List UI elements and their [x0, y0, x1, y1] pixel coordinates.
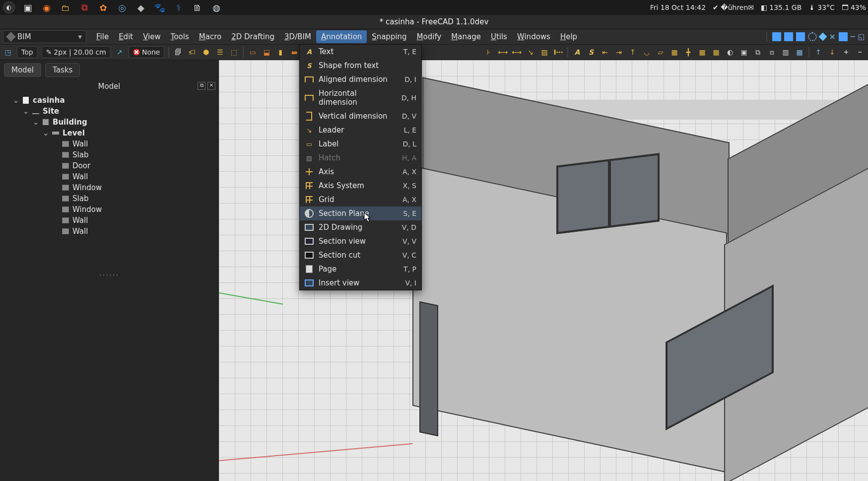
menu-item-2d-drawing[interactable]: 2D DrawingV, D	[300, 220, 421, 234]
menu-item-section-cut[interactable]: Section cutV, C	[300, 248, 421, 262]
menu-manage[interactable]: Manage	[446, 30, 486, 43]
tree-item-slab[interactable]: Slab	[53, 149, 215, 160]
working-plane-chip[interactable]: Top	[17, 46, 38, 58]
leader-icon[interactable]: ↘	[526, 47, 535, 57]
tab-tasks[interactable]: Tasks	[45, 63, 80, 77]
menu-item-vertical-dimension[interactable]: Vertical dimensionD, V	[300, 109, 421, 123]
copy-icon[interactable]: 🗐	[173, 47, 183, 57]
system-menu-icon[interactable]: ◐	[2, 1, 16, 13]
browser-icon[interactable]: ◎	[115, 1, 129, 13]
origin-icon[interactable]	[819, 33, 827, 41]
tag-icon[interactable]: 🏷	[187, 47, 197, 57]
page-icon[interactable]: ▥	[781, 47, 791, 57]
grid-icon[interactable]: ▦	[711, 47, 721, 57]
menu-2d-drafting[interactable]: 2D Drafting	[226, 30, 279, 43]
menu-modify[interactable]: Modify	[412, 30, 447, 43]
menu-item-axis-system[interactable]: Axis SystemX, S	[300, 179, 421, 193]
menu-item-grid[interactable]: GridA, X	[300, 193, 421, 206]
struct-tool-icon[interactable]: ⬓	[262, 47, 271, 57]
hatch2-icon[interactable]: ▦	[669, 47, 679, 57]
arrow-down-icon[interactable]: ↓	[827, 47, 837, 57]
tab-model[interactable]: Model	[4, 63, 41, 77]
model-tree[interactable]: ⌄ casinha ⌄ Site ⌄ Building	[0, 93, 218, 239]
tree-doc-root[interactable]: ⌄ casinha	[13, 95, 215, 106]
line-width-chip[interactable]: ✎ 2px | 20.00 cm	[42, 46, 111, 58]
menu-3d-bim[interactable]: 3D/BIM	[279, 30, 316, 43]
dim-horiz-icon[interactable]: ⟷	[498, 47, 508, 57]
arrow-up-icon[interactable]: ↑	[813, 47, 823, 57]
view-iso-icon[interactable]	[839, 32, 848, 41]
tree-item-wall[interactable]: Wall	[53, 138, 215, 149]
stack-icon[interactable]: ☰	[215, 47, 225, 57]
minimize-icon[interactable]: ─	[851, 32, 855, 41]
menu-windows[interactable]: Windows	[512, 30, 555, 43]
axis-sys-icon[interactable]: ▦	[697, 47, 707, 57]
column-tool-icon[interactable]: ▮	[275, 47, 285, 57]
gimp-icon[interactable]: 🐾	[153, 1, 167, 13]
box-icon[interactable]: ⬢	[201, 47, 211, 57]
dim-align-icon[interactable]: ⊦	[484, 47, 494, 57]
dim-tool3-icon[interactable]: ⤒	[628, 47, 638, 57]
tree-site[interactable]: ⌄ Site	[23, 106, 215, 117]
text-S-icon[interactable]: S	[586, 47, 596, 57]
menu-annotation[interactable]: Annotation	[316, 30, 367, 43]
wp-icon[interactable]: ◳	[3, 47, 13, 57]
tree-building[interactable]: ⌄ Building	[33, 117, 215, 128]
style-none-chip[interactable]: None	[129, 46, 165, 58]
menu-help[interactable]: Help	[555, 30, 582, 43]
expander-icon[interactable]: ⌄	[23, 107, 29, 116]
insert-view-icon[interactable]: ▦	[795, 47, 804, 57]
wall-tool-icon[interactable]: ▭	[248, 47, 258, 57]
dim-tool1-icon[interactable]: ⇤	[600, 47, 610, 57]
menu-view[interactable]: View	[138, 30, 166, 43]
tree-item-wall[interactable]: Wall	[53, 215, 215, 226]
close-view-icon[interactable]: ✕	[829, 32, 835, 42]
boxes-icon[interactable]: ⬚	[229, 47, 239, 57]
menu-item-leader[interactable]: ↘LeaderL, E	[300, 123, 421, 137]
panel-close-icon[interactable]: ✕	[207, 82, 215, 90]
menu-file[interactable]: File	[91, 30, 114, 43]
menu-item-section-plane[interactable]: Section PlaneS, E	[300, 206, 421, 220]
menu-item-axis[interactable]: AxisA, X	[300, 165, 421, 179]
menu-edit[interactable]: Edit	[114, 30, 138, 43]
text-editor-icon[interactable]: 🗎	[191, 1, 204, 13]
expander-icon[interactable]: ⌄	[33, 118, 39, 127]
workbench-selector[interactable]: BIM ▾	[3, 30, 86, 43]
inkscape-icon[interactable]: ◆	[134, 1, 148, 13]
tree-item-wall[interactable]: Wall	[53, 171, 215, 182]
files-icon[interactable]: 🗀	[59, 1, 72, 13]
drawing-icon[interactable]: ▣	[739, 47, 749, 57]
menu-item-text[interactable]: ATextT, E	[300, 45, 421, 59]
menu-snapping[interactable]: Snapping	[367, 30, 411, 43]
panel-splitter[interactable]: ......	[0, 239, 218, 277]
tree-item-door[interactable]: Door	[53, 160, 215, 171]
section-view-icon[interactable]: ⧉	[753, 47, 763, 57]
freecad-icon[interactable]: ⧉	[77, 1, 91, 13]
tray-battery[interactable]: 🗖 43%	[842, 3, 866, 11]
menu-item-section-view[interactable]: Section viewV, V	[300, 234, 421, 248]
axis-icon[interactable]: ╋	[683, 47, 693, 57]
view-right-icon[interactable]	[796, 32, 805, 41]
tree-item-window[interactable]: Window	[53, 182, 215, 193]
steam-icon[interactable]: ◍	[209, 1, 223, 13]
firefox-icon[interactable]: ◉	[40, 1, 54, 13]
view-top-icon[interactable]	[784, 32, 793, 41]
view-front-icon[interactable]	[772, 32, 781, 41]
menu-item-page[interactable]: PageT, P	[300, 262, 421, 276]
tray-sync-icon[interactable]: ✔ �ühren✉	[713, 3, 754, 11]
tree-item-window[interactable]: Window	[53, 204, 215, 215]
menu-item-shape-from-text[interactable]: SShape from text	[300, 59, 421, 72]
terminal-icon[interactable]: ▣	[21, 1, 35, 13]
dim-arc-icon[interactable]: ◡	[642, 47, 652, 57]
panel-detach-icon[interactable]: ⧉	[198, 82, 205, 90]
menu-item-insert-view[interactable]: Insert viewV, I	[300, 276, 421, 290]
tray-datetime[interactable]: Fri 18 Oct 14:42	[650, 3, 706, 11]
construction-icon[interactable]: ↗	[115, 47, 125, 57]
menu-macro[interactable]: Macro	[194, 30, 226, 43]
minus-icon[interactable]: －	[855, 47, 865, 57]
plus-icon[interactable]: ＋	[841, 47, 851, 57]
section-plane-icon[interactable]: ◐	[725, 47, 735, 57]
dim-vert-icon[interactable]: ⟷	[512, 47, 522, 57]
slab-tool-icon[interactable]: ▬	[289, 47, 299, 57]
menu-item-label[interactable]: ▭LabelD, L	[300, 137, 421, 151]
